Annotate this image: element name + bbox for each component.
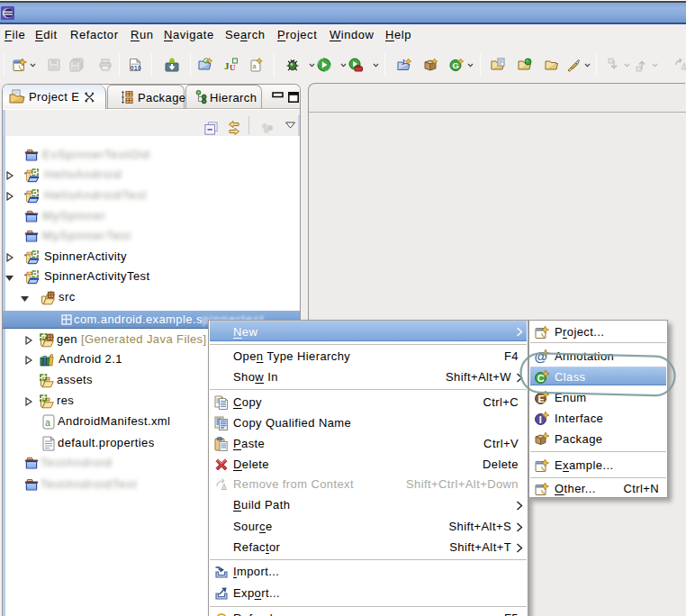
svg-text:a: a bbox=[253, 63, 257, 69]
svg-text:U: U bbox=[230, 63, 236, 72]
svg-text:J: J bbox=[402, 59, 405, 67]
svg-text:010: 010 bbox=[131, 65, 141, 71]
svg-text:a: a bbox=[45, 418, 50, 428]
svg-text:I: I bbox=[539, 414, 542, 425]
